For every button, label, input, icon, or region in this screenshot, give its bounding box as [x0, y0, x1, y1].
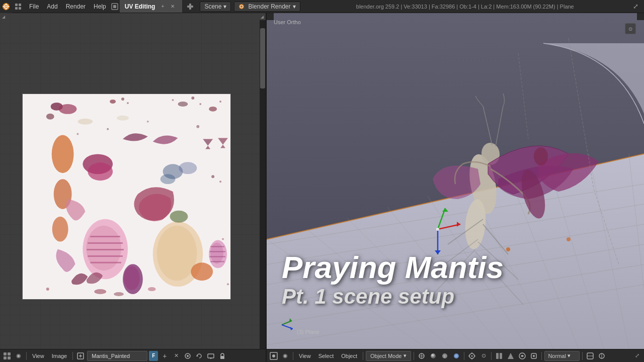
- screen-icon[interactable]: [110, 2, 119, 11]
- svg-text:T: T: [444, 355, 446, 358]
- menu-add[interactable]: Add: [43, 0, 61, 13]
- viewport-view-btn[interactable]: View: [296, 351, 314, 361]
- viewport-icon-a[interactable]: [585, 351, 595, 361]
- viewport-select-btn[interactable]: Select: [315, 351, 337, 361]
- image-name-field[interactable]: Mantis_Painted: [87, 351, 147, 361]
- workspace-icons: + ✕: [158, 2, 177, 11]
- shading-rendered-icon[interactable]: [451, 351, 461, 361]
- image-paint-icon[interactable]: [183, 351, 193, 361]
- svg-rect-5: [19, 4, 21, 6]
- viewport-icon-b[interactable]: [597, 351, 607, 361]
- uv-editor-panel: ◢ ◢: [0, 13, 267, 349]
- shading-wire-icon[interactable]: [417, 351, 427, 361]
- svg-point-67: [94, 289, 106, 294]
- shading-solid-icon[interactable]: [428, 351, 438, 361]
- object-mode-selector[interactable]: Object Mode ▾: [366, 351, 411, 361]
- render-engine-selector[interactable]: Blender Render ▾: [234, 2, 300, 12]
- image-reload-icon[interactable]: [194, 351, 204, 361]
- sep8: [541, 352, 542, 360]
- svg-rect-131: [220, 356, 224, 359]
- workspace-name: UV Editing: [125, 3, 155, 10]
- image-display-icon[interactable]: [206, 351, 216, 361]
- svg-rect-4: [15, 4, 18, 6]
- add-icon[interactable]: +: [159, 351, 170, 361]
- svg-point-28: [219, 101, 221, 103]
- viewport-label: User Ortho: [274, 19, 301, 25]
- mode-icon-3[interactable]: [517, 351, 527, 361]
- workspace-tab: UV Editing + ✕: [119, 0, 183, 13]
- uv-editor-icon[interactable]: [2, 351, 12, 361]
- menu-render[interactable]: Render: [62, 0, 90, 13]
- menu-help[interactable]: Help: [90, 0, 110, 13]
- viewport-bg[interactable]: Praying Mantis Pt. 1 scene setup (3) Pla…: [267, 13, 644, 349]
- uv-scrollbar-vertical[interactable]: [260, 13, 266, 349]
- normal-dropdown: ▾: [568, 352, 571, 359]
- svg-point-29: [52, 135, 74, 173]
- svg-point-22: [209, 107, 217, 112]
- bottom-bar-uv: ◉ View Image Mantis_Painted F + ✕: [0, 349, 267, 362]
- scene-name: Scene: [204, 3, 221, 10]
- viewport-fullscreen-icon[interactable]: ⤢: [632, 351, 642, 361]
- viewport-corner-tr: [637, 13, 644, 20]
- svg-rect-149: [500, 353, 502, 359]
- sep7: [491, 352, 492, 360]
- shading-texture-icon[interactable]: T: [440, 351, 450, 361]
- bottom-bar: ◉ View Image Mantis_Painted F + ✕: [0, 349, 644, 362]
- sep2: [72, 352, 73, 360]
- svg-point-47: [124, 266, 140, 290]
- image-new-icon[interactable]: [75, 351, 86, 361]
- workspace-add-icon[interactable]: +: [158, 2, 167, 11]
- uv-header-toggle[interactable]: ◉: [14, 351, 24, 361]
- fake-user-btn[interactable]: F: [149, 351, 158, 361]
- svg-rect-128: [208, 354, 214, 358]
- proportional-icon[interactable]: ⊙: [478, 351, 489, 361]
- svg-point-49: [211, 175, 214, 178]
- unlink-icon[interactable]: ✕: [171, 351, 181, 361]
- svg-point-137: [431, 353, 436, 358]
- svg-point-53: [46, 288, 49, 291]
- blender-logo[interactable]: [0, 0, 12, 13]
- viewport-header-toggle[interactable]: ◉: [280, 351, 290, 361]
- image-lock-icon[interactable]: [217, 351, 227, 361]
- svg-rect-9: [113, 5, 116, 8]
- pin-icon[interactable]: [186, 2, 195, 11]
- viewport-object-btn[interactable]: Object: [338, 351, 360, 361]
- svg-rect-121: [8, 356, 11, 359]
- svg-marker-150: [508, 353, 514, 359]
- viewport-title-sub: Pt. 1 scene setup: [282, 285, 644, 309]
- mode-icon-4[interactable]: [529, 351, 539, 361]
- viewport-editor-icon[interactable]: [269, 351, 279, 361]
- main-area: ◢ ◢: [0, 13, 644, 349]
- uv-image-btn[interactable]: Image: [49, 351, 70, 361]
- snap-icon[interactable]: [467, 351, 477, 361]
- viewport-title-main: Praying Mantis: [282, 250, 644, 285]
- normal-text: Normal: [548, 353, 566, 359]
- svg-point-60: [196, 125, 199, 128]
- svg-point-25: [172, 99, 174, 101]
- nav-icon-perspective[interactable]: ⊙: [625, 23, 636, 34]
- mode-icon-2[interactable]: [506, 351, 516, 361]
- top-bar-left: File Add Render Help UV Editing + ✕: [0, 0, 300, 13]
- menu-file[interactable]: File: [25, 0, 43, 13]
- viewport-panel: User Ortho: [267, 13, 644, 349]
- svg-point-59: [76, 133, 78, 135]
- fullscreen-icon[interactable]: ⤢: [630, 1, 641, 12]
- scene-dropdown-icon: ▾: [223, 3, 226, 10]
- mode-icon-1[interactable]: [494, 351, 504, 361]
- svg-rect-7: [19, 7, 21, 10]
- svg-point-62: [210, 243, 223, 264]
- render-engine-dropdown: ▾: [293, 3, 296, 10]
- svg-point-56: [117, 116, 129, 121]
- svg-point-35: [179, 162, 197, 174]
- uv-canvas[interactable]: [0, 13, 266, 349]
- scene-selector[interactable]: Scene ▾: [200, 2, 231, 12]
- normal-selector[interactable]: Normal ▾: [544, 351, 580, 361]
- svg-rect-11: [189, 4, 191, 10]
- uv-view-btn[interactable]: View: [29, 351, 47, 361]
- workspace-close-icon[interactable]: ✕: [168, 2, 177, 11]
- object-mode-text: Object Mode: [370, 353, 401, 359]
- svg-rect-6: [15, 7, 18, 10]
- svg-point-69: [148, 287, 156, 291]
- sep6: [464, 352, 464, 360]
- svg-point-20: [110, 100, 116, 104]
